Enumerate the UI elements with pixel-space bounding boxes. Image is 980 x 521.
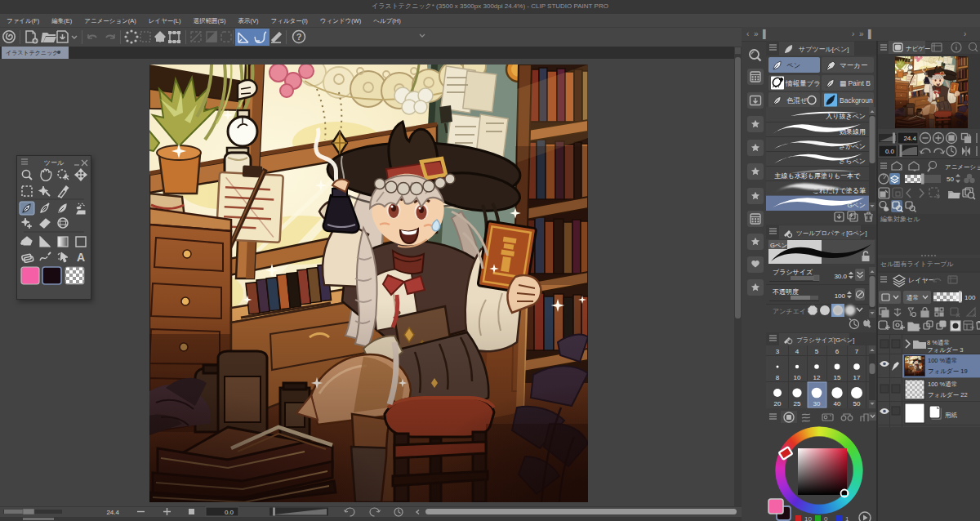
svg-text:主線も水彩も厚塗りも一本で: 主線も水彩も厚塗りも一本で xyxy=(774,172,862,180)
svg-text:これだけで塗る筆: これだけで塗る筆 xyxy=(813,187,866,194)
svg-text:8 %通常: 8 %通常 xyxy=(927,339,950,346)
svg-text:12: 12 xyxy=(813,374,821,381)
svg-text:50: 50 xyxy=(853,400,861,407)
svg-text:フォルダー 22: フォルダー 22 xyxy=(928,391,968,399)
svg-text:マーカー: マーカー xyxy=(840,61,867,69)
svg-text:20: 20 xyxy=(774,400,782,407)
svg-text:効果線用: 効果線用 xyxy=(840,128,866,136)
svg-text:ツール: ツール xyxy=(44,159,65,167)
svg-text:50: 50 xyxy=(947,176,954,183)
svg-text:▦ Paint B: ▦ Paint B xyxy=(840,79,871,87)
svg-text:フォルダー 3: フォルダー 3 xyxy=(927,346,963,354)
svg-text:A: A xyxy=(77,251,85,264)
svg-text:15: 15 xyxy=(834,374,841,381)
svg-text:ざかペン: ざかペン xyxy=(839,143,866,150)
svg-text:24.4: 24.4 xyxy=(903,135,916,142)
svg-text:?: ? xyxy=(296,32,302,42)
svg-text:さらペン: さらペン xyxy=(839,158,866,165)
svg-text:5: 5 xyxy=(815,348,819,355)
svg-text:25: 25 xyxy=(794,400,801,407)
svg-text:色混ぜ: 色混ぜ xyxy=(786,96,808,105)
svg-text:サブツール[ペン]: サブツール[ペン] xyxy=(799,46,849,53)
svg-text:不透明度: 不透明度 xyxy=(773,288,799,296)
svg-text:17: 17 xyxy=(853,374,861,381)
svg-text:30: 30 xyxy=(813,400,821,407)
svg-text:アニメーションセ: アニメーションセ xyxy=(945,163,980,171)
svg-text:24.4: 24.4 xyxy=(106,509,119,516)
svg-text:レイヤー: レイヤー xyxy=(908,277,935,284)
svg-text:1: 1 xyxy=(845,515,849,521)
svg-text:セル固有ライトテーブル: セル固有ライトテーブル xyxy=(880,260,954,268)
svg-text:0: 0 xyxy=(824,515,828,521)
svg-text:100 %通常: 100 %通常 xyxy=(928,357,957,364)
svg-text:編集対象セル: 編集対象セル xyxy=(880,216,920,223)
svg-text:30.0: 30.0 xyxy=(834,273,847,280)
svg-text:Backgroun: Backgroun xyxy=(840,96,873,105)
svg-text:アンチエイリ: アンチエイリ xyxy=(773,308,813,315)
svg-text:ブラシサイズ: ブラシサイズ xyxy=(773,269,813,276)
svg-text:情報量ブラ: 情報量ブラ xyxy=(785,79,821,87)
svg-text:40: 40 xyxy=(834,400,841,407)
svg-text:用紙: 用紙 xyxy=(945,412,958,419)
svg-text:入り抜きペン: 入り抜きペン xyxy=(826,113,866,120)
svg-text:4: 4 xyxy=(795,348,800,355)
svg-text:7: 7 xyxy=(855,348,859,355)
svg-text:10: 10 xyxy=(794,374,801,381)
svg-text:100: 100 xyxy=(835,292,846,300)
svg-text:Gペン: Gペン xyxy=(770,242,787,249)
svg-text:Gペン: Gペン xyxy=(847,202,866,209)
svg-text:通常: 通常 xyxy=(906,294,919,301)
svg-text:10: 10 xyxy=(804,515,812,521)
svg-text:3: 3 xyxy=(776,348,780,355)
svg-text:ツールプロパティ[Gペン]: ツールプロパティ[Gペン] xyxy=(796,229,867,237)
svg-text:0.0: 0.0 xyxy=(885,148,895,155)
svg-text:フォルダー 19: フォルダー 19 xyxy=(928,367,968,375)
svg-text:ペン: ペン xyxy=(786,61,800,69)
svg-text:6: 6 xyxy=(835,348,840,355)
svg-text:100: 100 xyxy=(964,294,976,301)
svg-text:ブラシサイズ[Gペン]: ブラシサイズ[Gペン] xyxy=(796,336,854,344)
svg-text:0.0: 0.0 xyxy=(225,509,234,516)
svg-text:ナビゲー: ナビゲー xyxy=(906,45,931,52)
svg-text:100 %通常: 100 %通常 xyxy=(928,381,957,388)
svg-text:8: 8 xyxy=(776,374,780,381)
